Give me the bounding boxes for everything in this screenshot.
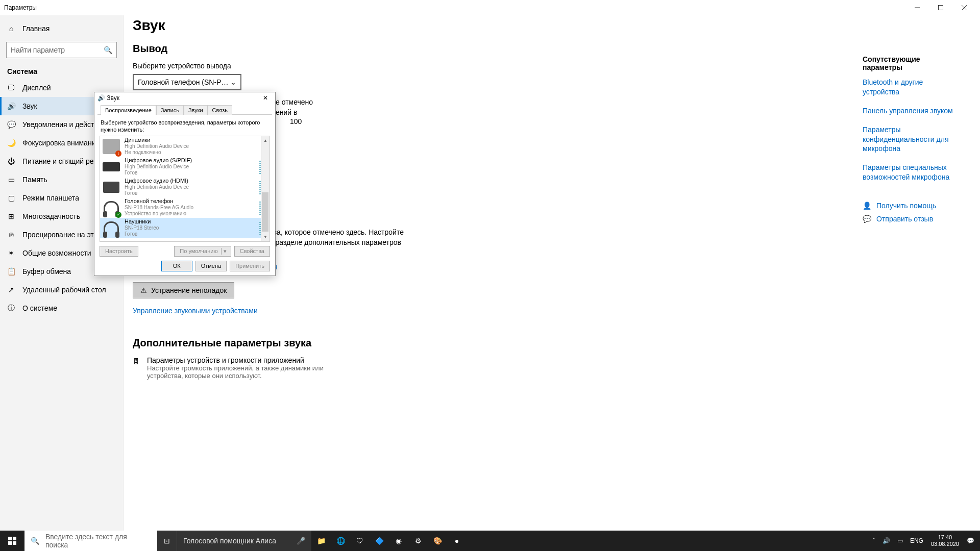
scroll-down-icon[interactable]: ▼ bbox=[261, 233, 270, 241]
taskbar-app[interactable]: 🎨 bbox=[428, 531, 447, 551]
taskbar-app[interactable]: 🔷 bbox=[370, 531, 389, 551]
ok-button[interactable]: ОК bbox=[161, 261, 192, 271]
device-status: Готов bbox=[125, 190, 255, 196]
device-status: Готов bbox=[125, 170, 255, 176]
taskbar-search[interactable]: 🔍 Введите здесь текст для поиска bbox=[24, 531, 157, 551]
dialog-tabs: Воспроизведение Запись Звуки Связь bbox=[97, 104, 272, 115]
tab-comm[interactable]: Связь bbox=[208, 105, 232, 115]
tray-network[interactable]: ▭ bbox=[894, 531, 906, 551]
taskbar-app[interactable]: 📁 bbox=[311, 531, 331, 551]
window-title: Параметры bbox=[4, 4, 37, 11]
maximize-button[interactable] bbox=[929, 0, 952, 15]
help-icon: 👤 bbox=[863, 202, 871, 210]
app-volume-title[interactable]: Параметры устройств и громкости приложен… bbox=[147, 356, 361, 364]
tab-record[interactable]: Запись bbox=[156, 105, 184, 115]
svg-rect-4 bbox=[13, 541, 16, 545]
device-item-selected[interactable]: НаушникиSN-P18 StereoГотов bbox=[100, 218, 270, 238]
feedback-icon: 💬 bbox=[863, 215, 871, 223]
cancel-button[interactable]: Отмена bbox=[195, 261, 227, 271]
volume-value: 100 bbox=[290, 117, 449, 126]
taskbar-app[interactable]: ◉ bbox=[389, 531, 408, 551]
tray-notifications[interactable]: 💬 bbox=[963, 531, 978, 551]
scrollbar[interactable]: ▲ ▼ bbox=[261, 136, 270, 241]
device-list: ↓ ДинамикиHigh Definition Audio DeviceНе… bbox=[100, 136, 270, 242]
start-button[interactable] bbox=[0, 531, 24, 551]
configure-button: Настроить bbox=[100, 246, 138, 257]
search-placeholder: Введите здесь текст для поиска bbox=[45, 533, 151, 549]
device-item[interactable]: Цифровое аудио (HDMI)High Definition Aud… bbox=[100, 177, 270, 197]
clock-date: 03.08.2020 bbox=[931, 541, 959, 547]
svg-rect-1 bbox=[8, 537, 12, 540]
troubleshoot-label: Устранение неполадок bbox=[151, 286, 227, 294]
tray-lang[interactable]: ENG bbox=[906, 531, 927, 551]
search-input[interactable]: Найти параметр 🔍 bbox=[6, 42, 117, 58]
taskbar-app[interactable]: ● bbox=[447, 531, 467, 551]
app-icon: 🔷 bbox=[375, 537, 384, 545]
output-heading: Вывод bbox=[133, 43, 449, 55]
related-link[interactable]: Bluetooth и другие устройства bbox=[863, 78, 960, 97]
network-icon: ▭ bbox=[897, 537, 903, 544]
tray-volume[interactable]: 🔊 bbox=[879, 531, 894, 551]
tray-expand[interactable]: ˄ bbox=[869, 531, 879, 551]
search-icon: 🔍 bbox=[31, 537, 39, 545]
sidebar-item-label: Удаленный рабочий стол bbox=[22, 286, 106, 294]
feedback-link[interactable]: 💬Отправить отзыв bbox=[863, 215, 960, 223]
device-status: Не подключено bbox=[125, 149, 189, 156]
tray-clock[interactable]: 17:40 03.08.2020 bbox=[927, 534, 963, 547]
multi-icon: ⊞ bbox=[7, 212, 15, 220]
sidebar-item-label: Звук bbox=[22, 102, 37, 110]
taskbar-app[interactable]: 🛡 bbox=[350, 531, 370, 551]
troubleshoot-button[interactable]: ⚠ Устранение неполадок bbox=[133, 282, 234, 298]
search-placeholder: Найти параметр bbox=[11, 46, 104, 54]
alisa-bar[interactable]: Голосовой помощник Алиса 🎤 bbox=[177, 531, 311, 551]
sidebar-item-about[interactable]: ⓘО системе bbox=[0, 299, 123, 317]
window-titlebar: Параметры bbox=[0, 0, 980, 15]
sound-icon: 🔊 bbox=[7, 102, 15, 110]
remote-icon: ↗ bbox=[7, 286, 15, 294]
hdmi-device-icon bbox=[102, 178, 120, 196]
sliders-icon: 🎛 bbox=[133, 357, 140, 365]
related-link[interactable]: Панель управления звуком bbox=[863, 106, 960, 116]
device-sub: SN-P18 Hands-Free AG Audio bbox=[125, 205, 255, 211]
sidebar-item-label: Память bbox=[22, 176, 47, 184]
warning-icon: ⚠ bbox=[140, 286, 147, 294]
device-sub: High Definition Audio Device bbox=[125, 184, 255, 190]
device-status: Устройство по умолчанию bbox=[125, 211, 255, 217]
scroll-up-icon[interactable]: ▲ bbox=[261, 136, 270, 145]
sidebar-item-remote[interactable]: ↗Удаленный рабочий стол bbox=[0, 281, 123, 299]
sidebar-item-label: Многозадачность bbox=[22, 212, 80, 220]
shield-icon: 🛡 bbox=[356, 537, 363, 545]
apply-button: Применить bbox=[230, 261, 270, 271]
taskbar-app[interactable]: ⚙ bbox=[408, 531, 428, 551]
display-icon: 🖵 bbox=[7, 84, 15, 92]
get-help-link[interactable]: 👤Получить помощь bbox=[863, 202, 960, 210]
dialog-titlebar[interactable]: 🔊 Звук ✕ bbox=[94, 92, 275, 104]
notif-icon: 💬 bbox=[7, 120, 15, 129]
manage-devices-link[interactable]: Управление звуковыми устройствами bbox=[133, 307, 258, 315]
related-link[interactable]: Параметры конфиденциальности для микрофо… bbox=[863, 125, 960, 154]
mic-icon: 🎤 bbox=[297, 537, 305, 545]
device-item[interactable]: ✓ Головной телефонSN-P18 Hands-Free AG A… bbox=[100, 197, 270, 218]
help-label: Получить помощь bbox=[876, 202, 936, 210]
edge-icon: 🌐 bbox=[336, 537, 345, 545]
tab-playback[interactable]: Воспроизведение bbox=[101, 105, 156, 115]
svg-rect-2 bbox=[13, 537, 16, 540]
chevron-up-icon: ˄ bbox=[872, 537, 875, 544]
minimize-button[interactable] bbox=[905, 0, 929, 15]
device-sub: High Definition Audio Device bbox=[125, 164, 255, 170]
related-link[interactable]: Параметры специальных возможностей микро… bbox=[863, 163, 960, 182]
output-device-select[interactable]: Головной телефон (SN-P18 Hand... ⌄ bbox=[133, 74, 241, 90]
dialog-close-button[interactable]: ✕ bbox=[259, 94, 272, 102]
power-icon: ⏻ bbox=[7, 157, 15, 165]
device-name: Головной телефон bbox=[125, 198, 255, 205]
device-item[interactable]: Цифровое аудио (S/PDIF)High Definition A… bbox=[100, 157, 270, 177]
task-view-button[interactable]: ⊡ bbox=[157, 531, 177, 551]
scroll-thumb[interactable] bbox=[262, 192, 268, 232]
close-button[interactable] bbox=[952, 0, 976, 15]
tab-sounds[interactable]: Звуки bbox=[184, 105, 208, 115]
taskbar-app[interactable]: 🌐 bbox=[331, 531, 350, 551]
device-item[interactable]: ↓ ДинамикиHigh Definition Audio DeviceНе… bbox=[100, 136, 270, 157]
shared-icon: ✶ bbox=[7, 249, 15, 257]
sidebar-item-label: О системе bbox=[22, 304, 57, 312]
home-link[interactable]: ⌂ Главная bbox=[0, 19, 123, 38]
